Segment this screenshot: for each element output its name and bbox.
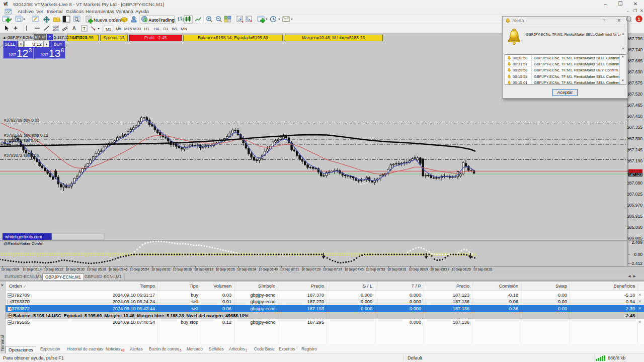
svg-text:10 Sep 07:29: 10 Sep 07:29	[301, 267, 320, 272]
svg-text:10 Sep 07:45: 10 Sep 07:45	[344, 267, 363, 272]
svg-text:187.740: 187.740	[627, 47, 642, 52]
svg-text:1: 1	[637, 16, 640, 22]
svg-text:2.489: 2.489	[631, 240, 642, 245]
svg-text:A: A	[72, 26, 76, 31]
svg-text:AutoTrading: AutoTrading	[148, 18, 175, 23]
svg-text:187.630: 187.630	[627, 69, 642, 74]
svg-text:186.970: 186.970	[627, 203, 642, 208]
svg-text:187.795: 187.795	[627, 36, 642, 41]
svg-text:10 Sep 05:54: 10 Sep 05:54	[130, 267, 149, 272]
svg-text:187.025: 187.025	[627, 192, 642, 197]
svg-text:10 Sep 06:26: 10 Sep 06:26	[216, 267, 235, 272]
svg-text:#3792789 buy 0.03: #3792789 buy 0.03	[4, 118, 40, 123]
svg-text:#3793872 sell 0.06: #3793872 sell 0.06	[4, 153, 39, 158]
svg-text:10 Sep 05:46: 10 Sep 05:46	[108, 267, 127, 272]
svg-text:T: T	[83, 26, 86, 31]
svg-text:187.465: 187.465	[627, 103, 642, 108]
svg-text:10 Sep 08:25: 10 Sep 08:25	[452, 267, 471, 272]
svg-text:-2.412: -2.412	[630, 261, 643, 266]
svg-text:187.520: 187.520	[627, 92, 642, 97]
svg-text:#3795565 buy stop 0.12: #3795565 buy stop 0.12	[4, 133, 48, 138]
svg-text:10 Sep 05:22: 10 Sep 05:22	[44, 267, 63, 272]
svg-text:187.410: 187.410	[627, 114, 642, 119]
svg-text:10 Sep 06:18: 10 Sep 06:18	[194, 267, 213, 272]
svg-text:187.685: 187.685	[627, 58, 642, 63]
svg-text:187.575: 187.575	[627, 80, 642, 85]
svg-text:0.00: 0.00	[634, 252, 642, 257]
svg-text:10 Sep 05:14: 10 Sep 05:14	[23, 267, 42, 272]
svg-text:187.123: 187.123	[629, 172, 642, 177]
svg-text:187.080: 187.080	[627, 180, 642, 186]
svg-text:10 Sep 06:02: 10 Sep 06:02	[151, 267, 171, 272]
svg-text:10 Sep 05:30: 10 Sep 05:30	[65, 267, 85, 272]
svg-text:10 Sep 06:49: 10 Sep 06:49	[259, 267, 278, 272]
svg-text:10 Sep 07:21: 10 Sep 07:21	[280, 267, 299, 272]
svg-text:186.915: 186.915	[627, 214, 642, 219]
svg-text:#3793370 sell 0.01: #3793370 sell 0.01	[4, 138, 39, 143]
svg-text:187.190: 187.190	[627, 158, 642, 163]
svg-text:10 Sep 06:10: 10 Sep 06:10	[173, 267, 192, 272]
svg-text:10 Sep 2024: 10 Sep 2024	[1, 267, 20, 272]
svg-text:186.860: 186.860	[627, 225, 642, 230]
svg-text:10 Sep 08:01: 10 Sep 08:01	[387, 267, 407, 272]
svg-text:10 Sep 08:09: 10 Sep 08:09	[409, 267, 428, 272]
svg-text:10 Sep 08:17: 10 Sep 08:17	[430, 267, 449, 272]
svg-text:10 Sep 08:33: 10 Sep 08:33	[473, 267, 492, 272]
svg-text:10 Sep 07:37: 10 Sep 07:37	[323, 267, 342, 272]
svg-text:10 Sep 05:38: 10 Sep 05:38	[87, 267, 106, 272]
svg-text:187.355: 187.355	[627, 125, 642, 130]
svg-text:@RenkoMaker Confm: @RenkoMaker Confm	[4, 241, 44, 246]
svg-text:187.245: 187.245	[627, 147, 642, 152]
svg-text:10 Sep 06:34: 10 Sep 06:34	[237, 267, 256, 272]
svg-text:187.300: 187.300	[627, 136, 642, 141]
svg-text:10 Sep 07:53: 10 Sep 07:53	[366, 267, 385, 272]
svg-text:whitetigertools.com: whitetigertools.com	[5, 234, 42, 239]
